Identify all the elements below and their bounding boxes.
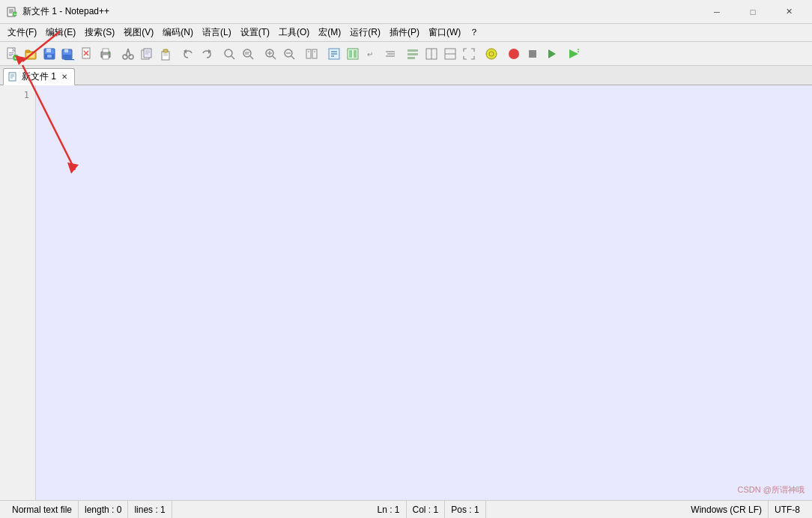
new-button[interactable]: + <box>3 45 21 63</box>
save-button[interactable] <box>40 45 58 63</box>
svg-rect-29 <box>103 49 109 52</box>
svg-rect-10 <box>9 55 12 56</box>
svg-marker-87 <box>548 49 556 58</box>
menu-file[interactable]: 文件(F) <box>3 25 41 40</box>
svg-point-31 <box>108 52 109 54</box>
column-mode-button[interactable] <box>344 45 362 63</box>
status-pos: Pos : 1 <box>445 501 485 518</box>
svg-text:++: ++ <box>14 12 18 16</box>
status-bar: Normal text file length : 0 lines : 1 Ln… <box>0 500 812 518</box>
zoom-out-button[interactable] <box>280 45 298 63</box>
editor-area: 1 <box>0 85 812 500</box>
svg-rect-14 <box>25 50 30 52</box>
svg-line-49 <box>231 56 234 59</box>
editor-content[interactable] <box>36 85 812 500</box>
open-button[interactable] <box>22 45 40 63</box>
line-number-1: 1 <box>0 88 35 102</box>
svg-rect-9 <box>9 54 13 55</box>
svg-point-48 <box>225 49 232 57</box>
close-file-button[interactable] <box>78 45 96 63</box>
svg-rect-91 <box>9 73 16 81</box>
tab-newfile1[interactable]: 新文件 1 ✕ <box>3 68 75 85</box>
print-button[interactable] <box>97 45 115 63</box>
macro-stop-button[interactable] <box>524 45 542 63</box>
svg-rect-19 <box>47 55 52 58</box>
status-file-type: Normal text file <box>6 501 79 518</box>
toolbar: + <box>0 42 812 66</box>
menu-run[interactable]: 运行(R) <box>345 25 385 40</box>
toggle-wordwrap-button[interactable] <box>404 45 422 63</box>
svg-rect-70 <box>349 50 352 58</box>
find-in-files-button[interactable] <box>239 45 257 63</box>
bookmark-toggle-button[interactable] <box>482 45 500 63</box>
svg-rect-30 <box>103 55 109 59</box>
file-icon <box>8 72 19 82</box>
svg-point-83 <box>486 49 497 59</box>
svg-line-59 <box>291 56 294 59</box>
menu-bar: 文件(F) 编辑(E) 搜索(S) 视图(V) 编码(N) 语言(L) 设置(T… <box>0 24 812 42</box>
menu-view[interactable]: 视图(V) <box>119 25 158 40</box>
redo-button[interactable] <box>198 45 216 63</box>
status-ln: Ln : 1 <box>372 501 407 518</box>
save-all-button[interactable] <box>59 45 77 63</box>
menu-language[interactable]: 语言(L) <box>198 25 236 40</box>
menu-plugins[interactable]: 插件(P) <box>385 25 424 40</box>
svg-rect-38 <box>144 49 151 58</box>
find-button[interactable] <box>220 45 238 63</box>
svg-rect-71 <box>354 50 357 58</box>
svg-rect-24 <box>65 60 75 61</box>
svg-rect-15 <box>26 53 34 58</box>
app-icon: ++ <box>6 6 18 18</box>
svg-rect-77 <box>407 53 418 55</box>
split-v-button[interactable] <box>422 45 440 63</box>
svg-rect-23 <box>64 59 74 60</box>
tab-bar: 新文件 1 ✕ <box>0 66 812 85</box>
wrap-button[interactable]: ↵ <box>363 45 381 63</box>
status-col: Col : 1 <box>407 501 446 518</box>
menu-window[interactable]: 窗口(W) <box>424 25 465 40</box>
menu-settings[interactable]: 设置(T) <box>236 25 274 40</box>
mark-all-button[interactable] <box>325 45 343 63</box>
svg-rect-62 <box>312 49 317 58</box>
menu-help[interactable]: ？ <box>465 25 483 40</box>
svg-rect-78 <box>407 57 415 59</box>
maximize-button[interactable]: □ <box>736 1 770 22</box>
title-bar: ++ 新文件 1 - Notepad++ ─ □ ✕ <box>0 0 812 24</box>
svg-rect-22 <box>63 55 71 58</box>
svg-rect-61 <box>306 49 311 58</box>
tab-close-button[interactable]: ✕ <box>59 72 70 82</box>
menu-macro[interactable]: 宏(M) <box>314 25 345 40</box>
macro-record-button[interactable] <box>505 45 523 63</box>
menu-search[interactable]: 搜索(S) <box>80 25 119 40</box>
cut-button[interactable] <box>119 45 137 63</box>
svg-point-50 <box>243 49 251 57</box>
sync-scroll-button[interactable] <box>303 45 321 63</box>
status-lines: lines : 1 <box>128 501 172 518</box>
split-h-button[interactable] <box>441 45 459 63</box>
menu-tools[interactable]: 工具(O) <box>274 25 314 40</box>
status-length: length : 0 <box>79 501 128 518</box>
minimize-button[interactable]: ─ <box>700 1 734 22</box>
svg-text:+: + <box>14 55 17 61</box>
copy-button[interactable] <box>138 45 156 63</box>
tab-label: 新文件 1 <box>22 70 56 83</box>
zoom-in-button[interactable] <box>261 45 279 63</box>
menu-edit[interactable]: 编辑(E) <box>41 25 80 40</box>
svg-rect-17 <box>46 49 51 52</box>
paste-button[interactable] <box>157 45 175 63</box>
menu-encoding[interactable]: 编码(N) <box>158 25 198 40</box>
fullscreen-button[interactable] <box>460 45 478 63</box>
svg-rect-86 <box>529 50 536 58</box>
window-title: 新文件 1 - Notepad++ <box>22 5 700 18</box>
svg-rect-8 <box>9 52 13 53</box>
close-button[interactable]: ✕ <box>772 1 806 22</box>
run-button[interactable] <box>565 45 583 63</box>
status-encoding: UTF-8 <box>769 501 806 518</box>
svg-rect-42 <box>162 52 169 60</box>
macro-play-button[interactable] <box>542 45 560 63</box>
undo-button[interactable] <box>179 45 197 63</box>
indent-button[interactable] <box>381 45 399 63</box>
window-controls: ─ □ ✕ <box>700 1 806 22</box>
svg-rect-21 <box>64 49 68 52</box>
svg-text:↵: ↵ <box>367 50 373 58</box>
